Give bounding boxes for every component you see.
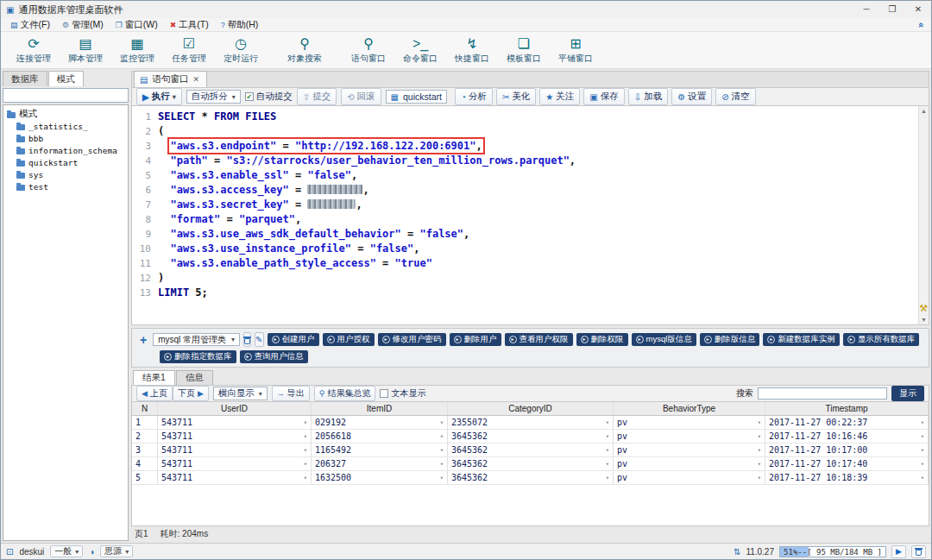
toolbar-command-window[interactable]: >_命令窗口 <box>394 35 446 65</box>
tree-item-sys[interactable]: sys <box>5 168 126 180</box>
analyze-button[interactable]: ◔分析 <box>455 88 493 105</box>
table-cell[interactable]: 2017-11-27 10:16:46▾ <box>765 430 929 443</box>
schema-filter-input[interactable] <box>3 88 129 103</box>
edit-snippet-button[interactable]: ✎ <box>255 332 263 347</box>
delete-version-info-button[interactable]: ▸删除版信息 <box>700 333 760 346</box>
run-gc-button[interactable]: ▶ <box>891 545 906 558</box>
scroll-up-icon[interactable]: ▲ <box>921 108 927 114</box>
menu-tools[interactable]: ✖工具(T) <box>164 19 215 31</box>
toolbar-shortcut-window[interactable]: ↯快捷窗口 <box>446 35 498 65</box>
sql-editor[interactable]: 1SELECT * FROM FILES2(3 "aws.s3.endpoint… <box>131 106 929 325</box>
menu-file[interactable]: ▤文件(F) <box>4 19 56 31</box>
text-display-checkbox[interactable]: 文本显示 <box>380 387 425 400</box>
toolbar-monitor-management[interactable]: ▦监控管理 <box>111 35 163 65</box>
table-cell[interactable]: 3645362▾ <box>448 444 614 456</box>
clear-memory-button[interactable] <box>911 545 926 558</box>
scroll-down-icon[interactable]: ▼ <box>921 317 927 323</box>
tab-statement-window[interactable]: ▤ 语句窗口 ✕ <box>134 71 207 87</box>
sidebar-tab-schema[interactable]: 模式 <box>48 71 84 86</box>
table-cell[interactable]: pv▾ <box>614 457 765 470</box>
column-header-n[interactable]: N <box>132 402 158 415</box>
tree-item-quickstart[interactable]: quickstart <box>5 156 126 168</box>
table-cell[interactable]: 4 <box>132 457 158 470</box>
toolbar-object-search[interactable]: ⚲对象搜索 <box>279 35 331 65</box>
table-cell[interactable]: 543711▾ <box>158 444 312 456</box>
delete-snippet-button[interactable] <box>243 332 251 347</box>
toolbar-template-window[interactable]: ❏模板窗口 <box>498 35 550 65</box>
schema-select[interactable]: ▦ quickstart <box>386 90 447 104</box>
add-snippet-button[interactable]: + <box>137 333 149 347</box>
table-cell[interactable]: pv▾ <box>614 471 765 484</box>
table-cell[interactable]: 543711▾ <box>158 416 312 429</box>
table-cell[interactable]: 206327▾ <box>312 457 448 470</box>
sql-code[interactable]: "aws.s3.endpoint" = "http://192.168.122.… <box>158 139 482 154</box>
commit-button[interactable]: ⇧ 提交 <box>297 88 337 105</box>
wrench-icon[interactable]: ⚒ <box>919 303 928 314</box>
table-cell[interactable]: 3645362▾ <box>448 430 614 443</box>
table-cell[interactable]: 029192▾ <box>312 416 448 429</box>
show-all-databases-button[interactable]: ▸显示所有数据库 <box>843 333 920 346</box>
sql-code[interactable]: "path" = "s3://starrocks/user_behavior_t… <box>158 154 576 168</box>
follow-button[interactable]: ★关注 <box>539 88 580 105</box>
table-row[interactable]: 5543711▾1632500▾3645362▾pv▾2017-11-27 10… <box>132 471 929 485</box>
column-header-categoryid[interactable]: CategoryID <box>448 402 614 415</box>
beautify-button[interactable]: ✂美化 <box>496 88 536 105</box>
table-cell[interactable]: 1 <box>132 416 158 429</box>
auto-commit-checkbox[interactable]: 自动提交 <box>245 91 293 103</box>
editor-scrollbar[interactable]: ▲ ▼ <box>918 106 929 324</box>
table-cell[interactable]: 3645362▾ <box>448 457 614 470</box>
table-cell[interactable]: 2017-11-27 00:22:37▾ <box>765 416 929 429</box>
create-user-button[interactable]: ▸创建用户 <box>268 333 319 346</box>
toolbar-script-management[interactable]: ▤脚本管理 <box>60 35 111 65</box>
table-cell[interactable]: 2017-11-27 10:17:40▾ <box>765 457 929 470</box>
mysql-version-info-button[interactable]: ▸mysql版信息 <box>632 333 696 346</box>
tree-item-test[interactable]: test <box>5 180 126 192</box>
create-database-instance-button[interactable]: ▸新建数据库实例 <box>763 333 840 346</box>
sql-code[interactable]: "aws.s3.secret_key" = , <box>158 198 362 212</box>
sql-code[interactable]: "aws.s3.enable_ssl" = "false", <box>158 168 357 183</box>
table-cell[interactable]: 1165492▾ <box>312 444 448 456</box>
table-cell[interactable]: pv▾ <box>614 430 765 443</box>
table-cell[interactable]: 5 <box>132 471 158 484</box>
view-user-grants-button[interactable]: ▸查看用户权限 <box>505 333 573 346</box>
grant-user-button[interactable]: ▸用户授权 <box>323 333 375 346</box>
query-user-info-button[interactable]: ▸查询用户信息 <box>240 350 308 363</box>
export-button[interactable]: → 导出 <box>272 386 310 401</box>
results-tab-result1[interactable]: 结果1 <box>133 370 175 385</box>
table-cell[interactable]: 543711▾ <box>158 457 312 470</box>
sql-code[interactable]: LIMIT 5; <box>158 286 208 300</box>
table-cell[interactable]: 2355072▾ <box>448 416 614 429</box>
table-row[interactable]: 1543711▾029192▾2355072▾pv▾2017-11-27 00:… <box>132 416 929 430</box>
sql-code[interactable]: "aws.s3.enable_path_style_access" = "tru… <box>158 256 432 271</box>
sql-code[interactable]: "aws.s3.use_aws_sdk_default_behavior" = … <box>158 227 469 242</box>
table-cell[interactable]: 2056618▾ <box>312 430 448 443</box>
table-row[interactable]: 3543711▾1165492▾3645362▾pv▾2017-11-27 10… <box>132 444 929 457</box>
sql-code[interactable]: "aws.s3.access_key" = , <box>158 183 369 198</box>
close-tab-icon[interactable]: ✕ <box>192 75 199 84</box>
save-button[interactable]: ▣保存 <box>583 88 624 105</box>
toolbar-tile-window[interactable]: ⊞平铺窗口 <box>550 35 601 65</box>
minimize-button[interactable]: ─ <box>853 1 879 18</box>
results-tab-info[interactable]: 信息 <box>176 370 213 385</box>
toolbar-statement-window[interactable]: ⚲语句窗口 <box>343 35 394 65</box>
table-cell[interactable]: 2017-11-27 10:18:39▾ <box>765 471 929 484</box>
collapse-toolbar-icon[interactable]: « <box>916 22 927 27</box>
sidebar-tab-database[interactable]: 数据库 <box>3 71 47 86</box>
toolbar-scheduled-run[interactable]: ◷定时运行 <box>215 35 267 65</box>
tree-item-_statistics_[interactable]: _statistics_ <box>5 120 126 132</box>
column-header-behaviortype[interactable]: BehaviorType <box>614 402 765 415</box>
load-button[interactable]: ⇩加载 <box>628 88 668 105</box>
revoke-grant-button[interactable]: ▸删除权限 <box>576 333 628 346</box>
tree-item-information_schema[interactable]: information_schema <box>5 144 126 156</box>
table-row[interactable]: 2543711▾2056618▾3645362▾pv▾2017-11-27 10… <box>132 430 929 444</box>
table-cell[interactable]: 3645362▾ <box>448 471 614 484</box>
toolbar-connection-management[interactable]: ⟳连接管理 <box>8 35 60 65</box>
menu-help[interactable]: ?帮助(H) <box>215 19 265 31</box>
menu-window[interactable]: ❐窗口(W) <box>110 19 164 31</box>
sql-code[interactable]: SELECT * FROM FILES <box>158 110 276 124</box>
settings-button[interactable]: ⚙设置 <box>671 88 712 105</box>
rollback-button[interactable]: ⟲ 回滚 <box>341 88 381 105</box>
memory-indicator[interactable]: 51%--[ 95 MB/184 MB ] <box>779 546 886 557</box>
execute-button[interactable]: ▶ 执行 ▾ <box>136 88 182 105</box>
table-cell[interactable]: 543711▾ <box>158 430 312 443</box>
